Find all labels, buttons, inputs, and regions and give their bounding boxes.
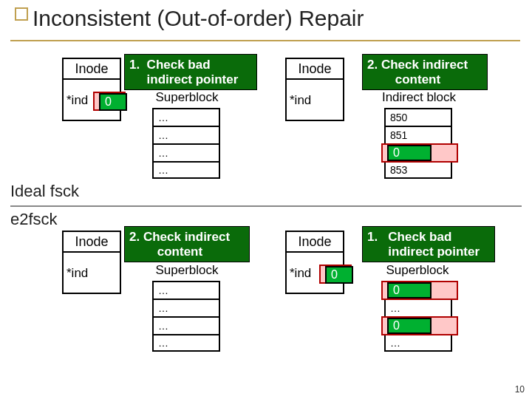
page-title: Inconsistent (Out-of-order) Repair (33, 6, 364, 31)
panel-check-content-bl: 2. Check indirect content (124, 226, 250, 262)
zero-bubble-br3: 0 (387, 318, 432, 334)
value-stack-tr: 850 851 0 853 (384, 108, 452, 179)
ellipsis-stack-tl: … … … … (152, 108, 220, 179)
inode-box-br: Inode (285, 231, 344, 253)
list-cell: 0 (384, 143, 452, 161)
panel-text: 1. Check bad indirect pointer (129, 58, 238, 86)
ind-label-tl: *ind (66, 93, 88, 108)
list-cell: 850 (384, 108, 452, 126)
zero-bubble-br1: 0 (387, 282, 432, 299)
inode-label: Inode (298, 61, 331, 77)
ind-label-br: *ind (290, 266, 311, 281)
ind-label-tr: *ind (290, 93, 311, 108)
list-cell: … (152, 143, 220, 161)
section-divider (10, 205, 522, 207)
title-underline (10, 40, 520, 41)
inode-box-tl: Inode (62, 58, 121, 80)
zero-label: 0 (393, 284, 400, 297)
list-cell: … (152, 126, 220, 143)
list-cell: … (152, 281, 220, 299)
indirect-hdr-tr: Indirect block (371, 90, 467, 105)
list-cell: … (152, 334, 220, 352)
ellipsis-stack-bl: … … … … (152, 281, 220, 352)
zero-label: 0 (393, 146, 400, 160)
list-cell: … (152, 161, 220, 179)
list-cell: 853 (384, 161, 452, 179)
inode-box-tr: Inode (285, 58, 344, 80)
superblock-hdr-tl: Superblock (146, 90, 228, 105)
inode-label: Inode (75, 234, 108, 250)
list-cell: 851 (384, 126, 452, 143)
list-cell: … (384, 299, 452, 316)
list-cell: … (152, 108, 220, 126)
list-cell: … (152, 316, 220, 334)
list-cell: … (152, 299, 220, 316)
inode-label: Inode (75, 61, 108, 77)
list-cell: 0 (384, 316, 452, 334)
list-cell: … (384, 334, 452, 352)
zero-bubble-tl: 0 (99, 93, 127, 111)
zero-bubble-br-inode: 0 (325, 266, 353, 284)
superblock-hdr-br: Superblock (377, 263, 458, 278)
panel-text: 2. Check indirect content (129, 230, 230, 259)
value-stack-br: 0 … 0 … (384, 281, 452, 352)
panel-check-content-tr: 2. Check indirect content (362, 54, 488, 90)
zero-bubble-tr: 0 (387, 145, 432, 161)
panel-check-bad-tl: 1. Check bad indirect pointer (124, 54, 257, 90)
section-e2-label: e2fsck (10, 210, 58, 229)
ind-label-bl: *ind (66, 266, 88, 281)
panel-text: 1. Check bad indirect pointer (367, 230, 480, 259)
slide-number: 10 (515, 384, 525, 395)
title-accent-square (15, 7, 28, 21)
superblock-hdr-bl: Superblock (146, 263, 228, 278)
inode-label: Inode (298, 234, 331, 250)
inode-box-bl: Inode (62, 231, 121, 253)
zero-label: 0 (105, 95, 112, 109)
panel-text: 2. Check indirect content (367, 58, 468, 86)
panel-check-bad-br: 1. Check bad indirect pointer (362, 226, 495, 262)
section-ideal-label: Ideal fsck (10, 182, 79, 201)
zero-label: 0 (331, 268, 338, 282)
zero-label: 0 (393, 319, 400, 332)
list-cell: 0 (384, 281, 452, 299)
